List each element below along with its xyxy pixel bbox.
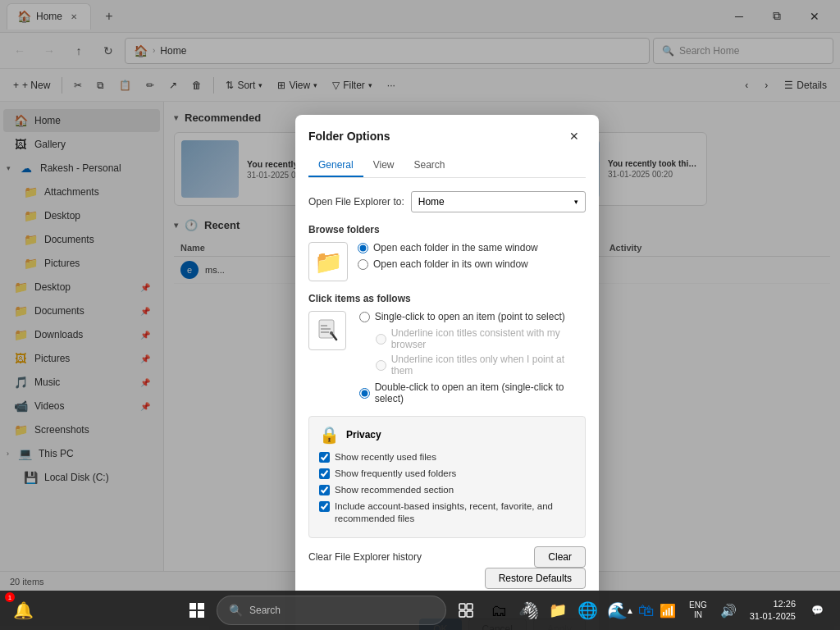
dialog-tab-search[interactable]: Search [404,154,455,177]
svg-rect-2 [321,328,331,330]
privacy-title: 🔒 Privacy [319,425,575,445]
svg-rect-10 [467,604,472,609]
svg-point-4 [330,331,333,335]
dialog-close-button[interactable]: ✕ [563,125,586,148]
taskbar-search-label: Search [249,605,281,616]
cb-frequent-folders[interactable]: Show frequently used folders [319,468,575,480]
volume-icon: 🔊 [720,603,737,619]
cb-insights-label: Include account-based insights, recent, … [335,500,575,525]
taskview-button[interactable] [450,594,482,627]
clear-button[interactable]: Clear [534,546,586,568]
radio-single-click[interactable]: Single-click to open an item (point to s… [359,311,586,322]
cb-insights-input[interactable] [319,501,330,512]
radio-underline-hover[interactable]: Underline icon titles only when I point … [376,354,586,377]
taskbar-app-edge[interactable]: 🌊 [604,597,630,623]
open-value-chevron: ▾ [574,198,578,206]
taskbar-app-zebra[interactable]: 🦓 [515,597,541,623]
taskbar-search[interactable]: 🔍 Search [217,596,446,625]
dialog-tab-view[interactable]: View [363,154,404,177]
restore-row: Restore Defaults [308,568,586,589]
cb-insights[interactable]: Include account-based insights, recent, … [319,500,575,525]
svg-rect-9 [459,604,465,609]
radio-own-window-label: Open each folder in its own window [373,258,528,270]
notification-badge: 1 [5,592,15,602]
taskbar: 🔔 1 🔍 Search 🗂 [0,591,840,630]
taskbar-left: 🔔 1 [0,594,39,627]
browse-radio-group: Open each folder in the same window Open… [358,242,538,281]
radio-double-click-input[interactable] [359,388,370,399]
radio-same-window-input[interactable] [358,243,368,253]
browse-section-label: Browse folders [308,224,586,235]
taskbar-app-explorer[interactable]: 🗂 [486,597,512,623]
store-icon: 🛍 [638,601,655,620]
taskbar-search-icon: 🔍 [229,604,243,617]
taskbar-app-store[interactable]: 🛍 [633,597,660,623]
svg-rect-8 [198,611,204,618]
privacy-label: Privacy [346,429,381,441]
radio-own-window[interactable]: Open each folder in its own window [358,258,538,270]
bell-icon: 🔔 [13,600,34,620]
zebra-icon: 🦓 [518,600,539,620]
dialog-title: Folder Options [308,130,390,143]
browse-folder-icon: 📁 [308,242,348,281]
radio-sub-group: Underline icon titles consistent with my… [376,327,586,377]
edge-icon: 🌊 [607,600,628,620]
radio-same-window-label: Open each folder in the same window [373,242,538,253]
svg-rect-3 [321,331,329,333]
browse-section: 📁 Open each folder in the same window Op… [308,242,586,281]
cb-recommended[interactable]: Show recommended section [319,484,575,496]
start-button[interactable] [180,594,213,627]
explorer-icon: 🗂 [491,601,507,620]
cb-frequent-folders-input[interactable] [319,468,330,479]
radio-underline-hover-input [376,360,386,371]
click-section: Single-click to open an item (point to s… [308,311,586,404]
notifications-panel-button[interactable]: 💬 [801,594,833,627]
svg-rect-1 [321,325,327,326]
click-icon-box [308,311,346,350]
taskbar-app-chrome[interactable]: 🌐 [574,597,600,623]
notifications-panel-icon: 💬 [811,605,824,616]
windows-logo-icon [189,603,204,618]
cb-recently-used[interactable]: Show recently used files [319,451,575,463]
svg-rect-7 [189,611,196,618]
radio-own-window-input[interactable] [358,259,368,270]
region-text: IN [689,610,707,620]
dialog-tab-general[interactable]: General [308,154,363,177]
restore-defaults-button[interactable]: Restore Defaults [485,568,586,589]
cb-frequent-folders-label: Show frequently used folders [335,468,456,480]
radio-underline-browser-label: Underline icon titles consistent with my… [391,327,586,350]
privacy-section: 🔒 Privacy Show recently used files Show … [308,416,586,538]
radio-double-click[interactable]: Double-click to open an item (single-cli… [359,381,586,404]
dialog-title-bar: Folder Options ✕ [295,115,599,148]
open-label: Open File Explorer to: [308,196,404,208]
notification-bell[interactable]: 🔔 1 [7,594,39,627]
radio-underline-browser-input [376,334,386,345]
folder-options-dialog: Folder Options ✕ General View Search Ope… [295,115,599,630]
open-value-text: Home [418,196,445,208]
clear-history-label: Clear File Explorer history [308,551,422,563]
language-indicator[interactable]: ENG IN [689,600,707,620]
radio-same-window[interactable]: Open each folder in the same window [358,242,538,253]
svg-rect-5 [189,603,196,609]
chrome-icon: 🌐 [578,600,598,620]
cb-recommended-label: Show recommended section [335,484,454,496]
svg-rect-11 [459,611,465,617]
time-text: 12:26 [750,598,796,610]
time-display[interactable]: 12:26 31-01-2025 [750,598,796,623]
taskbar-app-files[interactable]: 📁 [545,597,571,623]
radio-underline-hover-label: Underline icon titles only when I point … [391,354,586,377]
open-value-select[interactable]: Home ▾ [411,191,586,212]
volume-button[interactable]: 🔊 [712,594,745,627]
privacy-icon: 🔒 [319,425,340,445]
date-text: 31-01-2025 [750,610,796,623]
radio-double-click-label: Double-click to open an item (single-cli… [375,381,586,404]
radio-single-click-input[interactable] [359,312,370,322]
svg-rect-6 [198,603,204,609]
svg-rect-12 [467,611,472,617]
cb-recommended-input[interactable] [319,485,330,495]
dialog-tabs: General View Search [308,154,586,178]
cb-recently-used-input[interactable] [319,452,330,463]
taskview-icon [459,603,473,618]
radio-underline-browser[interactable]: Underline icon titles consistent with my… [376,327,586,350]
click-radio-group: Single-click to open an item (point to s… [359,311,586,404]
